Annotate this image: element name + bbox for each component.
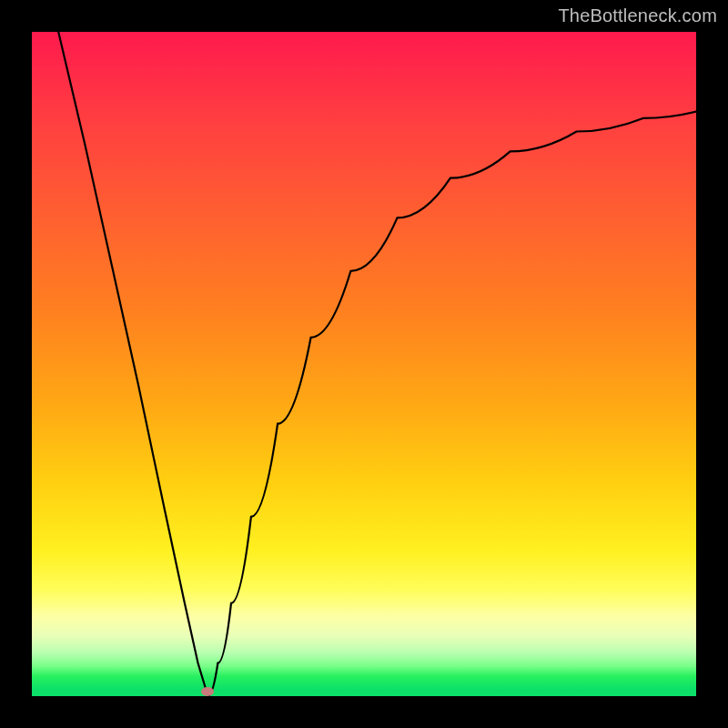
chart-frame: TheBottleneck.com: [0, 0, 728, 728]
watermark-text: TheBottleneck.com: [558, 5, 717, 26]
curve-svg: [32, 32, 696, 696]
plot-area: [32, 32, 696, 696]
minimum-marker: [201, 687, 214, 696]
bottleneck-curve-path: [58, 32, 696, 696]
